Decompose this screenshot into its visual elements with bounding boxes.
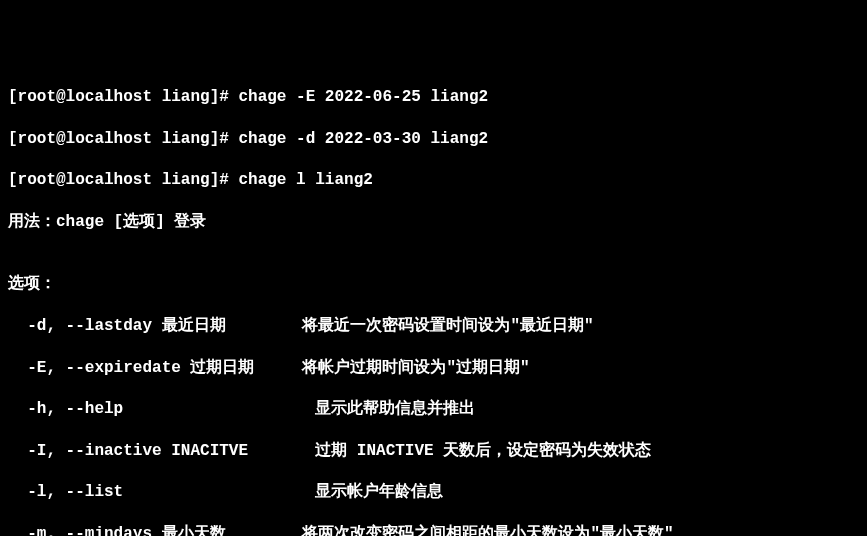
terminal-line: [root@localhost liang]# chage l liang2	[8, 170, 859, 191]
option-mindays: -m, --mindays 最小天数 将两次改变密码之间相距的最小天数设为"最小…	[8, 524, 859, 536]
option-list: -l, --list 显示帐户年龄信息	[8, 482, 859, 503]
option-lastday: -d, --lastday 最近日期 将最近一次密码设置时间设为"最近日期"	[8, 316, 859, 337]
option-expiredate: -E, --expiredate 过期日期 将帐户过期时间设为"过期日期"	[8, 358, 859, 379]
option-inactive: -I, --inactive INACITVE 过期 INACTIVE 天数后，…	[8, 441, 859, 462]
usage-line: 用法：chage [选项] 登录	[8, 212, 859, 233]
options-header: 选项：	[8, 274, 859, 295]
terminal-line: [root@localhost liang]# chage -d 2022-03…	[8, 129, 859, 150]
terminal-line: [root@localhost liang]# chage -E 2022-06…	[8, 87, 859, 108]
option-help: -h, --help 显示此帮助信息并推出	[8, 399, 859, 420]
